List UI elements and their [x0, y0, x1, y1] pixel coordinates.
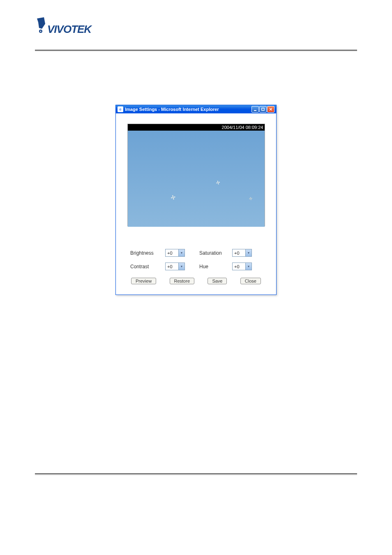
window-titlebar[interactable]: e Image Settings - Microsoft Internet Ex… [116, 105, 276, 113]
contrast-value: +0 [166, 264, 178, 269]
control-row: Brightness +0 ▼ Saturation +0 ▼ [130, 249, 262, 257]
contrast-label: Contrast [130, 264, 165, 269]
video-timestamp: 2004/11/04 08:09:24 [128, 124, 265, 131]
brightness-label: Brightness [130, 250, 165, 256]
save-button[interactable]: Save [208, 278, 227, 284]
content-area: e Image Settings - Microsoft Internet Ex… [35, 51, 357, 295]
maximize-button[interactable] [259, 106, 267, 113]
hue-dropdown[interactable]: +0 ▼ [232, 263, 252, 270]
ie-window: e Image Settings - Microsoft Internet Ex… [115, 105, 277, 295]
video-preview-image: ✢ ✢ ✢ [128, 131, 265, 227]
hue-label: Hue [199, 264, 232, 269]
titlebar-buttons [251, 106, 274, 113]
svg-point-1 [40, 31, 42, 32]
saturation-label: Saturation [199, 250, 232, 256]
divider-top [35, 49, 357, 51]
minimize-button[interactable] [251, 106, 259, 113]
brightness-dropdown[interactable]: +0 ▼ [165, 249, 185, 257]
preview-button[interactable]: Preview [131, 278, 156, 284]
svg-rect-3 [254, 110, 256, 111]
contrast-dropdown[interactable]: +0 ▼ [165, 263, 185, 270]
button-row: Preview Restore Save Close [130, 278, 262, 284]
window-body: 2004/11/04 08:09:24 ✢ ✢ ✢ Brightness +0 … [116, 113, 276, 295]
titlebar-left: e Image Settings - Microsoft Internet Ex… [118, 106, 219, 112]
controls-area: Brightness +0 ▼ Saturation +0 ▼ Contrast [122, 226, 270, 288]
restore-button[interactable]: Restore [170, 278, 195, 284]
chevron-down-icon: ▼ [178, 249, 184, 256]
chevron-down-icon: ▼ [245, 263, 251, 270]
window-title: Image Settings - Microsoft Internet Expl… [125, 107, 219, 112]
saturation-value: +0 [233, 251, 245, 256]
close-button[interactable]: Close [240, 278, 261, 284]
saturation-dropdown[interactable]: +0 ▼ [232, 249, 252, 257]
divider-bottom [35, 473, 357, 475]
bird-shape: ✢ [170, 194, 177, 202]
vivotek-logo: VIVOTEK [35, 16, 113, 39]
bird-shape: ✢ [215, 180, 221, 186]
svg-text:VIVOTEK: VIVOTEK [47, 23, 92, 35]
chevron-down-icon: ▼ [178, 263, 184, 270]
bird-shape: ✢ [248, 196, 253, 201]
control-row: Contrast +0 ▼ Hue +0 ▼ [130, 263, 262, 270]
logo-section: VIVOTEK [35, 16, 357, 39]
chevron-down-icon: ▼ [245, 249, 251, 256]
close-window-button[interactable] [267, 106, 274, 113]
brightness-value: +0 [166, 251, 178, 256]
hue-value: +0 [233, 264, 245, 269]
video-frame: 2004/11/04 08:09:24 ✢ ✢ ✢ [127, 124, 265, 226]
ie-icon: e [118, 106, 123, 112]
svg-rect-4 [262, 108, 264, 111]
